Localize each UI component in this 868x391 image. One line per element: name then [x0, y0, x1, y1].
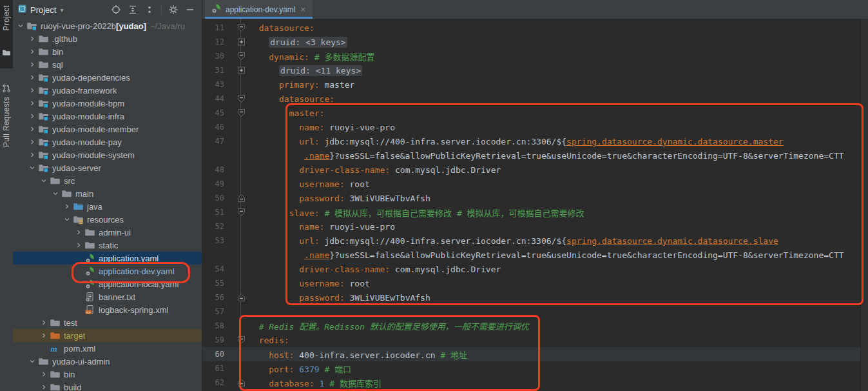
- chevron-down-icon[interactable]: [15, 22, 26, 30]
- code-text: username: root: [247, 279, 370, 288]
- close-icon[interactable]: ×: [300, 4, 307, 15]
- code-text: driver-class-name: com.mysql.jdbc.Driver: [247, 265, 501, 274]
- tree-item-label: banner.txt: [99, 292, 135, 302]
- tree-item-application-local-yaml[interactable]: application-local.yaml: [13, 277, 202, 290]
- chevron-right-icon[interactable]: [39, 319, 49, 326]
- code-editor[interactable]: 11datasource:12druid: <3 keys>30dynamic:…: [202, 19, 861, 391]
- fold-end-icon[interactable]: [235, 293, 247, 302]
- fold-start-icon[interactable]: [235, 208, 247, 217]
- chevron-down-icon[interactable]: [27, 164, 37, 172]
- tree-item-yudao-server[interactable]: yudao-server: [13, 161, 202, 174]
- tree-item-resources[interactable]: resources: [13, 213, 202, 226]
- tree-item-bin[interactable]: bin: [13, 45, 202, 58]
- stripe-item-pull-requests[interactable]: Pull Requests: [2, 97, 11, 147]
- fold-start-icon[interactable]: [235, 52, 247, 61]
- chevron-right-icon[interactable]: [27, 138, 37, 146]
- tree-item-yudao-ui-admin[interactable]: yudao-ui-admin: [13, 355, 202, 368]
- chevron-down-icon[interactable]: [50, 190, 61, 197]
- chevron-right-icon[interactable]: [39, 383, 49, 391]
- fold-start-icon[interactable]: [235, 23, 247, 32]
- tree-item-bin[interactable]: bin: [13, 368, 202, 381]
- tree-item-test[interactable]: test: [13, 316, 202, 329]
- tree-item-admin-ui[interactable]: admin-ui: [13, 226, 202, 239]
- tree-item-logback-spring-xml[interactable]: <>logback-spring.xml: [13, 303, 202, 316]
- tree-item-application-yaml[interactable]: application.yaml: [13, 252, 202, 265]
- chevron-right-icon[interactable]: [27, 151, 37, 159]
- tab-application-dev-yaml[interactable]: application-dev.yaml ×: [205, 0, 313, 19]
- token-link[interactable]: spring.datasource.dynamic.datasource.mas…: [566, 137, 784, 146]
- tree-item-yudao-module-pay[interactable]: yudao-module-pay: [13, 135, 202, 148]
- code-line-58: 58# Redis 配置。Redisson 默认的配置足够使用，一般不需要进行调…: [202, 319, 861, 333]
- fold-collapsed-icon[interactable]: [235, 66, 247, 75]
- tree-item--github[interactable]: .github: [13, 32, 202, 45]
- chevron-right-icon[interactable]: [27, 112, 37, 120]
- token-key: dynamic:: [269, 52, 309, 62]
- chevron-right-icon[interactable]: [39, 332, 49, 339]
- tree-item-yudao-dependencies[interactable]: yudao-dependencies: [13, 71, 202, 84]
- token-comi: # Redis 配置。Redisson 默认的配置足够使用，一般不需要进行调优: [259, 322, 529, 332]
- tree-item-application-dev-yaml[interactable]: application-dev.yaml: [13, 265, 202, 277]
- tree-item-label: ruoyi-vue-pro-2022b: [41, 21, 116, 31]
- tree-item-ruoyi-vue-pro-2022b[interactable]: ruoyi-vue-pro-2022b [yudao]~/Java/ru: [13, 19, 202, 32]
- project-tree: ruoyi-vue-pro-2022b [yudao]~/Java/ru.git…: [13, 19, 202, 391]
- token-key: url:: [299, 137, 319, 146]
- token-key: name:: [299, 123, 324, 132]
- code-line-57: 57: [202, 305, 861, 319]
- chevron-right-icon[interactable]: [27, 35, 37, 43]
- tree-item-yudao-module-system[interactable]: yudao-module-system: [13, 148, 202, 161]
- tree-item-src[interactable]: src: [13, 174, 202, 187]
- tree-item-main[interactable]: main: [13, 187, 202, 200]
- folder-module-icon: [37, 150, 49, 160]
- fold-end-icon[interactable]: [235, 194, 247, 203]
- code-text: database: 1 # 数据库索引: [247, 377, 381, 389]
- tree-item-yudao-module-bpm[interactable]: yudao-module-bpm: [13, 97, 202, 110]
- chevron-down-icon[interactable]: [39, 177, 49, 185]
- tree-item-yudao-module-member[interactable]: yudao-module-member: [13, 123, 202, 135]
- expand-all-icon[interactable]: [128, 5, 138, 15]
- chevron-right-icon[interactable]: [27, 48, 37, 55]
- token-val: [309, 52, 314, 62]
- chevron-right-icon[interactable]: [27, 61, 37, 68]
- chevron-right-icon[interactable]: [73, 241, 84, 249]
- locate-file-icon[interactable]: [111, 5, 121, 15]
- tree-item-pom-xml[interactable]: mpom.xml: [13, 342, 202, 355]
- fold-start-icon[interactable]: [235, 94, 247, 103]
- tool-window-stripe: Project Pull Requests: [0, 0, 14, 391]
- gear-icon[interactable]: [168, 5, 178, 15]
- tree-item-sql[interactable]: sql: [13, 58, 202, 71]
- token-link[interactable]: .name: [304, 250, 329, 260]
- chevron-right-icon[interactable]: [27, 74, 37, 81]
- editor-scrollbar[interactable]: [860, 19, 868, 391]
- tree-item-yudao-module-infra[interactable]: yudao-module-infra: [13, 110, 202, 123]
- fold-collapsed-icon[interactable]: [235, 37, 247, 46]
- fold-end-icon[interactable]: [235, 378, 247, 387]
- chevron-right-icon[interactable]: [62, 203, 72, 210]
- collapse-all-icon[interactable]: [144, 5, 155, 15]
- chevron-right-icon[interactable]: [27, 99, 37, 107]
- tree-item-label: yudao-module-member: [52, 125, 139, 134]
- chevron-right-icon[interactable]: [27, 125, 37, 133]
- token-link[interactable]: spring.datasource.dynamic.datasource.sla…: [566, 236, 778, 246]
- tree-item-yudao-framework[interactable]: yudao-framework: [13, 84, 202, 97]
- folder-icon: [49, 175, 61, 186]
- chevron-right-icon[interactable]: [27, 86, 37, 94]
- chevron-down-icon[interactable]: [62, 216, 72, 223]
- tree-item-target[interactable]: target: [13, 329, 202, 342]
- tree-item-label: yudao-module-infra: [52, 112, 124, 121]
- token-key: name:: [299, 222, 324, 232]
- chevron-right-icon[interactable]: [39, 370, 49, 378]
- tree-item-build[interactable]: build: [13, 381, 202, 391]
- tree-item-static[interactable]: static: [13, 239, 202, 252]
- chevron-down-icon[interactable]: [27, 357, 37, 365]
- chevron-right-icon[interactable]: [73, 228, 84, 236]
- fold-start-icon[interactable]: [235, 336, 247, 345]
- tree-item-banner-txt[interactable]: banner.txt: [13, 290, 202, 303]
- hide-panel-icon[interactable]: [185, 5, 195, 15]
- spring-config-icon: [211, 3, 222, 16]
- folder-sources-icon: [72, 201, 84, 212]
- token-link[interactable]: .name: [304, 151, 329, 161]
- tree-item-java[interactable]: java: [13, 200, 202, 213]
- fold-start-icon[interactable]: [235, 108, 247, 117]
- project-view-selector[interactable]: Project ▾: [18, 4, 64, 15]
- stripe-item-project[interactable]: Project: [2, 5, 11, 30]
